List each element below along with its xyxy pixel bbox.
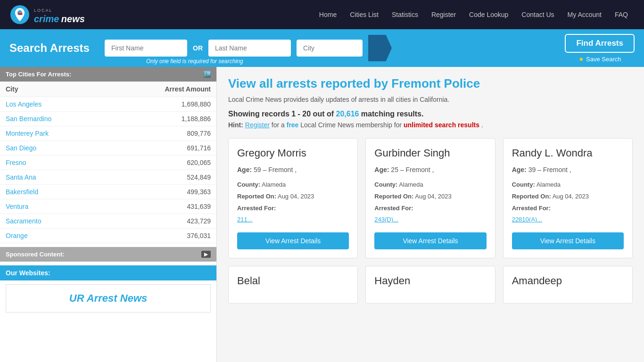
city-icon: 🏙️ [203,71,211,78]
arrest-name: Randy L. Wondra [512,147,624,159]
table-row: Fresno620,065 [0,156,216,170]
svg-text:🚗: 🚗 [17,10,23,16]
age-value: 59 – Fremont , [254,166,297,173]
table-row: San Bernardino1,188,886 [0,112,216,126]
main-layout: Top Cities For Arrests: 🏙️ City Arrest A… [0,67,644,362]
arrest-name: Gregory Morris [237,147,349,159]
age-value: 39 – Fremont , [528,166,571,173]
view-details-button[interactable]: View Arrest Details [512,232,624,249]
arrest-code[interactable]: 243(D)... [374,216,398,223]
hint-unlimited: unlimited search results [404,121,479,129]
reported-label: Reported On: [237,193,276,200]
records-range: 1 - 20 [291,110,311,118]
view-details-button[interactable]: View Arrest Details [374,232,486,249]
arrest-details: County: Alameda Reported On: Aug 04, 202… [237,179,349,226]
county-label: County: [512,181,535,188]
top-cities-table: City Arrest Amount Los Angeles1,698,880S… [0,82,216,243]
city-amount: 524,849 [108,170,216,185]
reported-value: Aug 04, 2023 [278,193,314,200]
city-link[interactable]: Ventura [6,203,28,210]
logo-news-text: news [61,14,85,24]
nav-link-faq[interactable]: FAQ [608,0,635,29]
play-icon: ▶ [201,251,211,258]
arrest-cards-grid: Gregory Morris Age: 59 – Fremont , Count… [228,138,633,258]
county-value: Alameda [399,181,423,188]
city-input[interactable] [297,40,363,57]
records-info: Showing records 1 - 20 out of 20,616 mat… [228,110,633,118]
nav-link-my-account[interactable]: My Account [561,0,608,29]
hint-end: . [481,121,483,129]
table-row: Monterey Park809,776 [0,126,216,141]
age-value: 25 – Fremont , [391,166,434,173]
reported-label: Reported On: [512,193,551,200]
partial-arrest-cards-grid: BelalHaydenAmandeep [228,266,633,304]
view-details-button[interactable]: View Arrest Details [237,232,349,249]
logo-area[interactable]: 🚗 LOCAL crime news [9,4,85,25]
amount-column-header: Arrest Amount [108,82,216,97]
nav-link-cities-list[interactable]: Cities List [343,0,385,29]
arrest-name-partial: Belal [237,275,349,287]
ur-arrest-news-box[interactable]: UR Arrest News [6,284,211,313]
reported-label: Reported On: [374,193,413,200]
city-link[interactable]: San Bernardino [6,115,51,123]
table-row: Orange376,031 [0,229,216,243]
nav-links: HomeCities ListStatisticsRegisterCode Lo… [313,0,635,29]
nav-link-code-lookup[interactable]: Code Lookup [462,0,515,29]
city-link[interactable]: San Diego [6,144,36,152]
hint-register-link[interactable]: Register [245,121,270,129]
page-heading: View all arrests reported by Fremont Pol… [228,76,633,91]
arrest-name-partial: Amandeep [512,275,624,287]
nav-link-contact-us[interactable]: Contact Us [515,0,561,29]
arrest-age-info: Age: 59 – Fremont , [237,166,349,173]
table-row: Los Angeles1,698,880 [0,97,216,112]
star-icon: ★ [578,56,584,63]
city-link[interactable]: Monterey Park [6,130,49,137]
first-name-input[interactable] [105,40,187,57]
or-label: OR [193,44,203,52]
our-websites-header: Our Websites: [0,265,216,280]
arrest-card: Randy L. Wondra Age: 39 – Fremont , Coun… [503,138,633,258]
logo-local: LOCAL [34,8,53,13]
city-link[interactable]: Bakersfield [6,188,38,196]
city-amount: 376,031 [108,229,216,243]
arrest-card-partial: Belal [228,266,358,304]
ur-arrest-news-title: UR Arrest News [12,292,205,304]
nav-link-statistics[interactable]: Statistics [385,0,425,29]
last-name-input[interactable] [208,40,291,57]
records-count: 20,616 [336,110,359,118]
city-amount: 620,065 [108,156,216,170]
records-showing-label: Showing records [228,110,291,118]
arrest-details: County: Alameda Reported On: Aug 04, 202… [512,179,624,226]
county-value: Alameda [262,181,286,188]
city-link[interactable]: Santa Ana [6,173,36,181]
city-link[interactable]: Sacramento [6,217,41,225]
description-text: Local Crime News provides daily updates … [228,96,633,103]
records-suffix: matching results. [359,110,423,118]
county-label: County: [374,181,397,188]
city-link[interactable]: Fresno [6,159,26,166]
save-search-link[interactable]: ★ Save Search [578,56,621,63]
find-arrests-button[interactable]: Find Arrests [565,34,635,53]
county-label: County: [237,181,260,188]
arrest-name-partial: Hayden [374,275,486,287]
city-link[interactable]: Orange [6,232,28,239]
arrested-for-label: Arrested For: [237,205,276,212]
top-navigation: 🚗 LOCAL crime news HomeCities ListStatis… [0,0,644,29]
city-amount: 499,363 [108,185,216,199]
nav-link-home[interactable]: Home [313,0,343,29]
arrest-code[interactable]: 22810(A)... [512,216,542,223]
table-row: San Diego691,716 [0,141,216,156]
hint-text2: Local Crime News membership for [300,121,404,129]
nav-link-register[interactable]: Register [425,0,462,29]
sponsored-header: Sponsored Content: ▶ [0,247,216,262]
logo-icon: 🚗 [9,4,30,25]
table-row: Bakersfield499,363 [0,185,216,199]
arrest-card: Gregory Morris Age: 59 – Fremont , Count… [228,138,358,258]
arrest-code[interactable]: 211... [237,216,253,223]
city-link[interactable]: Los Angeles [6,100,41,108]
table-row: Santa Ana524,849 [0,170,216,185]
top-cities-header: Top Cities For Arrests: 🏙️ [0,67,216,82]
hint-label: Hint: [228,121,243,129]
arrest-card-partial: Amandeep [503,266,633,304]
arrest-card: Gurbinder Singh Age: 25 – Fremont , Coun… [365,138,495,258]
